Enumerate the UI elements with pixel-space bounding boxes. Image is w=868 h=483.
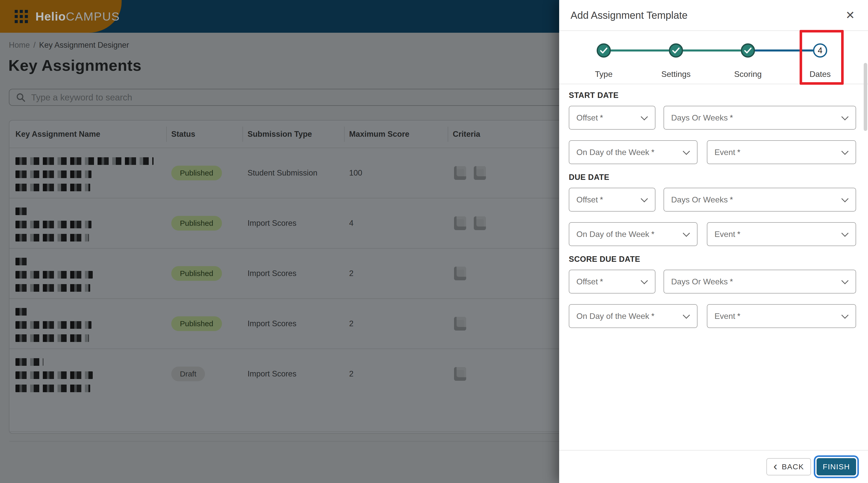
start-date-on-day-of-the-week-select[interactable]: On Day of the Week* (569, 140, 698, 164)
select-placeholder-label: Offset (577, 113, 598, 122)
required-asterisk: * (600, 277, 603, 286)
required-asterisk: * (651, 230, 654, 239)
required-asterisk: * (737, 230, 740, 239)
due-date-on-day-of-the-week-select[interactable]: On Day of the Week* (569, 222, 698, 246)
score-due-date-on-day-of-the-week-select[interactable]: On Day of the Week* (569, 304, 698, 328)
drawer-scrollbar-thumb[interactable] (864, 63, 867, 131)
select-row: On Day of the Week*Event* (569, 222, 856, 246)
required-asterisk: * (651, 148, 654, 157)
step-label-settings: Settings (661, 69, 691, 79)
step-circle-scoring[interactable] (741, 44, 755, 58)
start-date-offset-select[interactable]: Offset* (569, 106, 655, 130)
select-placeholder-label: Days Or Weeks (671, 113, 727, 122)
step-label-scoring: Scoring (734, 69, 762, 79)
required-asterisk: * (730, 195, 733, 204)
red-annotation-box (800, 30, 844, 85)
chevron-left-icon: ‹ (774, 466, 778, 467)
stepper-connector (610, 50, 670, 52)
required-asterisk: * (737, 148, 740, 157)
check-icon (600, 48, 608, 54)
required-asterisk: * (600, 113, 603, 122)
select-placeholder-label: On Day of the Week (577, 312, 649, 321)
score-due-date-days-or-weeks-select[interactable]: Days Or Weeks* (663, 269, 856, 293)
select-placeholder-label: Event (714, 230, 735, 239)
select-row: Offset*Days Or Weeks* (569, 269, 856, 293)
select-placeholder-label: Event (714, 148, 735, 157)
drawer-body: START DATEOffset*Days Or Weeks*On Day of… (559, 84, 868, 450)
select-row: Offset*Days Or Weeks* (569, 106, 856, 130)
step-label-type: Type (595, 69, 612, 79)
close-icon[interactable]: ✕ (845, 10, 855, 21)
select-row: On Day of the Week*Event* (569, 140, 856, 164)
required-asterisk: * (730, 277, 733, 286)
due-date-offset-select[interactable]: Offset* (569, 188, 655, 211)
step-circle-type[interactable] (597, 44, 611, 58)
select-placeholder-label: Event (714, 312, 735, 321)
select-placeholder-label: On Day of the Week (577, 230, 649, 239)
section-heading-due-date: DUE DATE (569, 173, 856, 182)
score-due-date-event-select[interactable]: Event* (707, 304, 856, 328)
required-asterisk: * (730, 113, 733, 122)
due-date-days-or-weeks-select[interactable]: Days Or Weeks* (663, 188, 856, 211)
section-heading-start-date: START DATE (569, 91, 856, 100)
select-placeholder-label: Offset (577, 195, 598, 204)
finish-button-label: FINISH (823, 462, 850, 471)
score-due-date-offset-select[interactable]: Offset* (569, 269, 655, 293)
wizard-stepper: TypeSettingsScoring4Dates (559, 31, 868, 84)
required-asterisk: * (737, 312, 740, 321)
required-asterisk: * (651, 312, 654, 321)
due-date-event-select[interactable]: Event* (707, 222, 856, 246)
add-assignment-template-drawer: Add Assignment Template ✕ TypeSettingsSc… (559, 0, 868, 483)
step-circle-settings[interactable] (669, 44, 683, 58)
select-placeholder-label: Days Or Weeks (671, 277, 727, 286)
drawer-footer: ‹ BACK FINISH (559, 450, 868, 483)
select-row: On Day of the Week*Event* (569, 304, 856, 328)
section-heading-score-due-date: SCORE DUE DATE (569, 255, 856, 264)
required-asterisk: * (600, 195, 603, 204)
select-placeholder-label: On Day of the Week (577, 148, 649, 157)
back-button[interactable]: ‹ BACK (766, 458, 811, 475)
select-placeholder-label: Offset (577, 277, 598, 286)
back-button-label: BACK (782, 462, 804, 471)
select-row: Offset*Days Or Weeks* (569, 188, 856, 211)
drawer-title: Add Assignment Template (570, 10, 688, 21)
finish-button[interactable]: FINISH (816, 458, 856, 475)
start-date-event-select[interactable]: Event* (707, 140, 856, 164)
drawer-header: Add Assignment Template ✕ (559, 0, 868, 31)
screen: HelioCAMPUS Home/Key Assignment Designer… (0, 0, 868, 483)
check-icon (744, 48, 752, 54)
stepper-connector (683, 50, 741, 52)
select-placeholder-label: Days Or Weeks (671, 195, 727, 204)
start-date-days-or-weeks-select[interactable]: Days Or Weeks* (663, 106, 856, 130)
check-icon (672, 48, 680, 54)
